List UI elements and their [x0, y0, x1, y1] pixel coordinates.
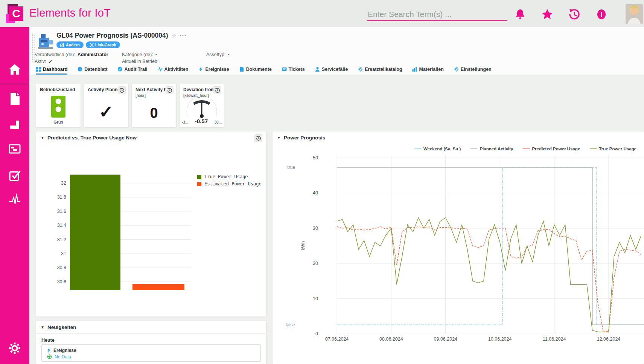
tab-bar: Dashboard i Datenblatt Audit Trail Aktiv…	[36, 66, 492, 75]
asset-title: GL04 Power Prognosis (AS-000004)	[56, 32, 168, 40]
kpi-deviation: Deviation from ... [kilowatt_hour] -3...…	[180, 84, 224, 127]
x-tick-label: 11.06.2024	[543, 336, 566, 342]
bar-true-power-usage	[70, 175, 120, 290]
x-tick-label: 07.06.2024	[325, 336, 349, 342]
shield-check-icon	[117, 67, 122, 72]
kpi-check-value: ✓	[84, 102, 128, 122]
legend-swatch	[590, 148, 597, 149]
tab-servicefaelle[interactable]: Servicefälle	[315, 66, 348, 75]
y-tick-label: 10	[313, 296, 318, 301]
kpi-activity-planned: Activity Planned... ✓	[84, 84, 128, 127]
panel-predicted-vs-true: ▼ Predicted vs. True Power Usage Now 323…	[36, 132, 266, 317]
user-icon	[315, 67, 320, 72]
legend-label: Weekend (Sa, Su )	[423, 147, 461, 151]
y2-label-false: false	[286, 322, 295, 327]
y-tick-label: 31	[61, 251, 66, 256]
legend-swatch	[197, 182, 201, 186]
legend-label: Predicted Power Usage	[532, 147, 580, 151]
x-tick-label: 08.06.2024	[379, 336, 403, 342]
legend-item[interactable]: Estimated Power Usage	[197, 181, 262, 187]
favorite-star-outline-icon[interactable]: ☆	[172, 32, 177, 39]
y-tick-label: 31.2	[57, 237, 66, 242]
tab-tickets[interactable]: Tickets	[282, 66, 305, 75]
lightning-icon	[198, 67, 203, 72]
tab-einstellungen[interactable]: Einstellungen	[454, 66, 492, 75]
meta-verantwortlich: Verantwortlich (de):Administrator	[35, 52, 108, 57]
y-tick-label: 20	[313, 261, 318, 266]
history-button[interactable]	[213, 86, 221, 94]
history-button[interactable]	[254, 134, 262, 142]
kpi-next-activity: Next Activity Pla... [hour] 0	[132, 84, 176, 127]
y-axis-label: kWh	[300, 241, 306, 250]
tab-aktivitaeten[interactable]: Aktivitäten	[158, 66, 189, 75]
y-tick-label: 32	[61, 180, 66, 186]
legend-item[interactable]: True Power Usage	[590, 147, 636, 151]
info-icon: i	[78, 67, 82, 72]
document-icon	[239, 67, 244, 72]
more-actions-icon[interactable]: ···	[180, 32, 187, 39]
sidebar-nav	[0, 27, 29, 364]
edit-button[interactable]: Ändern	[56, 41, 84, 48]
y2-label-true: true	[287, 165, 295, 170]
app-logo[interactable]: C	[6, 4, 26, 24]
legend-item[interactable]: Predicted Power Usage	[523, 147, 580, 151]
favorites-star-icon[interactable]	[541, 8, 553, 20]
app-title: Elements for IoT	[29, 7, 111, 19]
kpi-number-value: 0	[132, 105, 176, 121]
tab-dashboard[interactable]: Dashboard	[36, 66, 67, 75]
meta-aktuell-in-betrieb: Aktuell in Betrieb:	[122, 59, 161, 64]
kpi-state-label: Grün	[36, 120, 81, 124]
info-icon[interactable]: i	[595, 8, 607, 20]
event-status-icon	[47, 354, 52, 359]
legend-label: Planned Activity	[480, 147, 513, 151]
collapse-caret-icon[interactable]: ▼	[277, 136, 281, 140]
tab-dokumente[interactable]: Dokumente	[239, 66, 272, 75]
news-status-link[interactable]: No Data	[55, 354, 71, 359]
link-graph-icon	[90, 43, 94, 47]
sidebar-item-home[interactable]	[0, 59, 29, 80]
link-graph-button[interactable]: Link-Graph	[86, 41, 120, 48]
collapse-caret-icon[interactable]: ▼	[41, 136, 44, 140]
svg-text:i: i	[80, 67, 81, 71]
grid-icon	[36, 67, 41, 72]
sidebar-item-settings[interactable]	[0, 338, 29, 359]
news-group-label: Heute	[41, 338, 55, 343]
panel-power-prognosis: ▼ Power Prognosis Weekend (Sa, Su )Plann…	[273, 132, 644, 364]
application-window: C Elements for IoT i	[0, 0, 644, 364]
history-clock-icon[interactable]	[568, 8, 580, 20]
y-tick-label: 30.6	[57, 279, 66, 284]
sidebar-item-monitoring[interactable]	[0, 187, 29, 208]
legend-item[interactable]: Weekend (Sa, Su )	[414, 147, 461, 151]
y-tick-label: 31.6	[57, 209, 66, 214]
drag-handle[interactable]	[32, 33, 35, 63]
legend-swatch	[414, 148, 421, 149]
tab-ereignisse[interactable]: Ereignisse	[198, 66, 229, 75]
notifications-bell-icon[interactable]	[514, 8, 526, 20]
tab-materialien[interactable]: Materialien	[412, 66, 443, 75]
tab-datenblatt[interactable]: i Datenblatt	[78, 66, 107, 75]
gear-icon	[454, 67, 459, 72]
tab-ersatzteilkatalog[interactable]: Ersatzteilkatalog	[358, 66, 402, 75]
tab-audit-trail[interactable]: Audit Trail	[117, 66, 147, 75]
bar-estimated-power-usage	[132, 284, 184, 290]
search-input[interactable]	[367, 8, 507, 21]
sidebar-item-documents[interactable]	[0, 88, 29, 109]
news-item[interactable]: Ereignisse No Data	[41, 344, 261, 362]
sidebar-item-cards[interactable]	[0, 138, 29, 159]
history-button[interactable]	[166, 86, 174, 94]
legend-item[interactable]: True Power Usage	[197, 174, 262, 179]
history-button[interactable]	[118, 86, 126, 94]
user-avatar[interactable]	[626, 4, 643, 24]
gauge	[183, 99, 221, 118]
legend-swatch	[470, 148, 477, 149]
series-true-power-usage	[337, 218, 641, 332]
x-tick-label: 12.06.2024	[597, 336, 621, 342]
tab-divider	[29, 75, 644, 75]
sidebar-item-assets[interactable]	[0, 113, 29, 134]
legend-item[interactable]: Planned Activity	[470, 147, 513, 151]
collapse-caret-icon[interactable]: ▼	[41, 325, 44, 329]
series-predicted-power-usage	[337, 226, 641, 331]
sidebar-item-tasks[interactable]	[0, 165, 29, 186]
gear-icon	[358, 67, 363, 72]
kpi-betriebszustand: Betriebszustand Grün	[36, 84, 81, 127]
